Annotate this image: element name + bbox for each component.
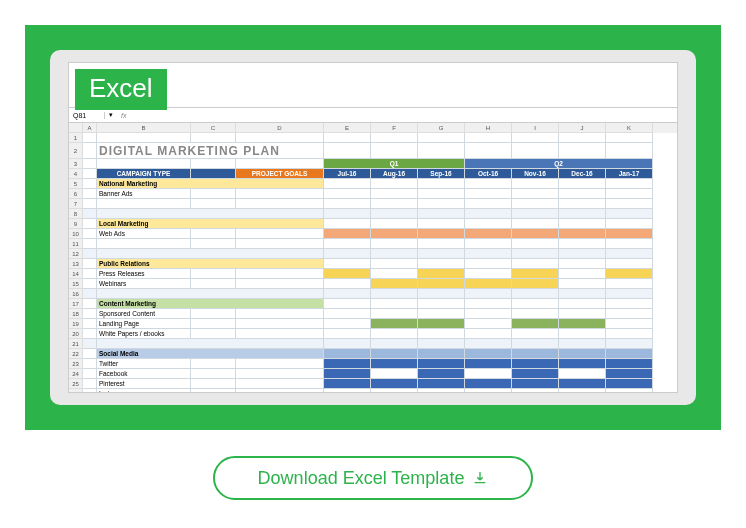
- page-title: DIGITAL MARKETING PLAN: [97, 143, 324, 159]
- spreadsheet: Excel Q81 ▾ fx A B C D E F G H I J K 1 2…: [68, 62, 678, 393]
- green-frame: Excel Q81 ▾ fx A B C D E F G H I J K 1 2…: [25, 25, 721, 430]
- col-header[interactable]: H: [465, 123, 512, 133]
- download-label: Download Excel Template: [258, 468, 465, 489]
- grid: A B C D E F G H I J K 1 2DIGITAL MARKETI…: [69, 123, 677, 392]
- col-header[interactable]: I: [512, 123, 559, 133]
- col-header[interactable]: F: [371, 123, 418, 133]
- device-frame: Excel Q81 ▾ fx A B C D E F G H I J K 1 2…: [50, 50, 696, 405]
- section-pr: Public Relations: [97, 259, 324, 269]
- cell-reference[interactable]: Q81: [69, 112, 105, 119]
- col-header[interactable]: B: [97, 123, 191, 133]
- goals-header: PROJECT GOALS: [236, 169, 324, 179]
- q1-header: Q1: [324, 159, 465, 169]
- download-button[interactable]: Download Excel Template: [213, 456, 533, 500]
- col-header[interactable]: G: [418, 123, 465, 133]
- section-local: Local Marketing: [97, 219, 324, 229]
- campaign-header: CAMPAIGN TYPE: [97, 169, 191, 179]
- section-content: Content Marketing: [97, 299, 324, 309]
- col-header[interactable]: K: [606, 123, 653, 133]
- col-header[interactable]: A: [83, 123, 97, 133]
- section-national: National Marketing: [97, 179, 324, 189]
- section-social: Social Media: [97, 349, 324, 359]
- col-header[interactable]: E: [324, 123, 371, 133]
- excel-badge: Excel: [75, 69, 167, 110]
- col-header[interactable]: C: [191, 123, 236, 133]
- download-icon: [472, 470, 488, 486]
- q2-header: Q2: [465, 159, 653, 169]
- col-header[interactable]: D: [236, 123, 324, 133]
- fx-label: fx: [117, 112, 130, 119]
- col-header[interactable]: J: [559, 123, 606, 133]
